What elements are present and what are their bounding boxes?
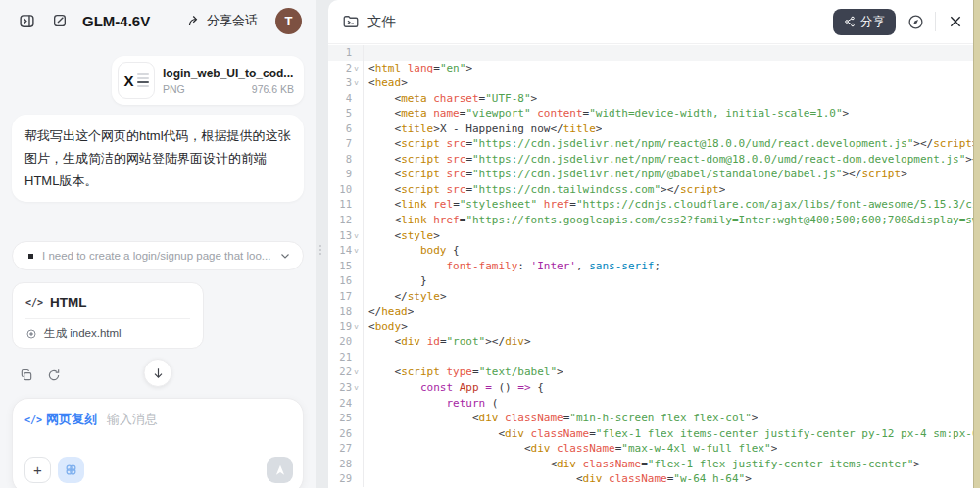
close-panel-button[interactable] [945, 11, 966, 32]
line-number: 16 [339, 273, 352, 289]
code-line[interactable]: 16 } [328, 273, 980, 289]
mode-chip[interactable]: </> 网页复刻 [24, 411, 97, 428]
fold-chevron-icon[interactable]: v [352, 319, 361, 335]
panel-resize-handle[interactable] [319, 243, 321, 257]
share-file-label: 分享 [860, 14, 885, 30]
code-line[interactable]: 29 <div className="w-64 h-64"> [328, 471, 980, 487]
share-session-button[interactable]: 分享会话 [187, 12, 258, 29]
code-line[interactable]: 1 [328, 45, 980, 61]
code-text: <div className="flex-1 flex justify-cent… [364, 457, 920, 472]
chat-header: GLM-4.6V 分享会话 T [10, 0, 306, 41]
code-line[interactable]: 13v <style> [328, 228, 980, 244]
bullet-square-icon [28, 254, 33, 259]
line-gutter: 4 [328, 91, 364, 107]
open-preview-button[interactable] [905, 11, 926, 32]
code-line[interactable]: 22v <script type="text/babel"> [328, 365, 980, 380]
code-line[interactable]: 26 <div className="flex-1 flex items-cen… [328, 426, 980, 442]
message-input[interactable]: </> 网页复刻 输入消息 + [12, 398, 304, 488]
code-line[interactable]: 23v const App = () => { [328, 380, 980, 396]
code-line[interactable]: 28 <div className="flex-1 flex justify-c… [328, 457, 980, 472]
sidebar-toggle-button[interactable] [14, 8, 39, 33]
line-gutter: 29 [328, 471, 364, 487]
editor-scrollbar[interactable] [973, 0, 980, 488]
code-line[interactable]: 10 <script src="https://cdn.tailwindcss.… [328, 182, 980, 198]
code-line[interactable]: 2v<html lang="en"> [328, 61, 980, 76]
new-chat-button[interactable] [47, 8, 73, 33]
code-text: font-family: 'Inter', sans-serif; [364, 259, 661, 274]
fold-chevron-icon[interactable]: v [352, 61, 361, 76]
code-text: } [364, 273, 427, 289]
line-gutter: 20 [328, 334, 364, 350]
code-line[interactable]: 7 <script src="https://cdn.jsdelivr.net/… [328, 136, 980, 152]
send-button[interactable] [267, 457, 293, 483]
code-line[interactable]: 8 <script src="https://cdn.jsdelivr.net/… [328, 152, 980, 168]
line-number: 23 [339, 380, 352, 396]
code-text: return ( [364, 396, 498, 412]
line-number: 5 [346, 106, 352, 122]
artifact-file-item[interactable]: 生成 index.html [25, 326, 190, 341]
fold-chevron-icon[interactable]: v [352, 228, 361, 244]
code-line[interactable]: 6 <title>X - Happening now</title> [328, 122, 980, 137]
user-avatar[interactable]: T [275, 8, 302, 34]
regenerate-button[interactable] [45, 366, 63, 384]
code-line[interactable]: 27 <div className="max-w-4xl w-full flex… [328, 441, 980, 457]
copy-button[interactable] [18, 366, 35, 384]
code-text: <script src="https://cdn.tailwindcss.com… [364, 182, 725, 198]
target-icon [25, 328, 37, 340]
attachment-card[interactable]: X login_web_UI_to_cod... PNG 976.6 KB [112, 56, 304, 105]
sidebar-toggle-icon [19, 13, 35, 29]
scroll-to-bottom-button[interactable] [144, 359, 172, 387]
code-editor[interactable]: 12v<html lang="en">3v<head>4 <meta chars… [328, 44, 980, 488]
chevron-down-icon [279, 250, 291, 262]
code-line[interactable]: 17 </style> [328, 289, 980, 305]
line-number: 27 [339, 441, 352, 457]
code-line[interactable]: 18</head> [328, 304, 980, 319]
code-text: </style> [364, 289, 447, 305]
line-number: 17 [339, 289, 352, 305]
code-line[interactable]: 5 <meta name="viewport" content="width=d… [328, 106, 980, 122]
fold-chevron-icon[interactable]: v [352, 365, 361, 380]
fold-chevron-icon[interactable]: v [352, 380, 361, 396]
artifact-card[interactable]: </> HTML 生成 index.html [12, 282, 204, 349]
share-file-button[interactable]: 分享 [833, 9, 896, 35]
line-gutter: 8 [328, 152, 364, 168]
code-line[interactable]: 9 <script src="https://cdn.jsdelivr.net/… [328, 167, 980, 182]
chat-panel: GLM-4.6V 分享会话 T X login_web_UI_to_cod...… [0, 0, 316, 488]
artifact-divider [25, 318, 190, 319]
line-gutter: 24 [328, 396, 364, 412]
x-logo-icon: X [123, 73, 133, 89]
code-line[interactable]: 12 <link href="https://fonts.googleapis.… [328, 213, 980, 228]
model-title: GLM-4.6V [82, 13, 150, 29]
line-gutter: 28 [328, 457, 364, 472]
code-line[interactable]: 11 <link rel="stylesheet" href="https://… [328, 197, 980, 213]
code-line[interactable]: 20 <div id="root"></div> [328, 334, 980, 350]
code-line[interactable]: 14v body { [328, 243, 980, 259]
attachment-filename: login_web_UI_to_cod... [163, 67, 294, 80]
code-line[interactable]: 19v<body> [328, 319, 980, 335]
code-text: <meta charset="UTF-8"> [364, 91, 537, 107]
code-lines: 12v<html lang="en">3v<head>4 <meta chars… [328, 45, 980, 487]
line-gutter: 13v [328, 228, 364, 244]
thought-toggle[interactable]: I need to create a login/signup page tha… [12, 241, 304, 270]
code-line[interactable]: 25 <div className="min-h-screen flex fle… [328, 411, 980, 426]
header-divider [935, 12, 936, 31]
fold-chevron-icon[interactable]: v [352, 243, 361, 259]
line-number: 14 [339, 243, 352, 259]
code-text [364, 45, 368, 61]
chat-scroll-area: X login_web_UI_to_cod... PNG 976.6 KB 帮我… [10, 41, 306, 488]
line-gutter: 15 [328, 259, 364, 274]
code-line[interactable]: 21 [328, 350, 980, 366]
code-line[interactable]: 3v<head> [328, 75, 980, 91]
code-text: const App = () => { [364, 380, 544, 396]
code-line[interactable]: 24 return ( [328, 396, 980, 412]
login-form-sketch [137, 73, 149, 87]
code-text [364, 350, 368, 366]
code-line[interactable]: 15 font-family: 'Inter', sans-serif; [328, 259, 980, 274]
code-line[interactable]: 4 <meta charset="UTF-8"> [328, 91, 980, 107]
add-attachment-button[interactable]: + [24, 457, 51, 483]
fold-chevron-icon[interactable]: v [352, 75, 361, 91]
line-gutter: 6 [328, 122, 364, 137]
skills-button[interactable] [58, 457, 84, 483]
line-gutter: 25 [328, 411, 364, 426]
code-text: <html lang="en"> [364, 61, 472, 76]
